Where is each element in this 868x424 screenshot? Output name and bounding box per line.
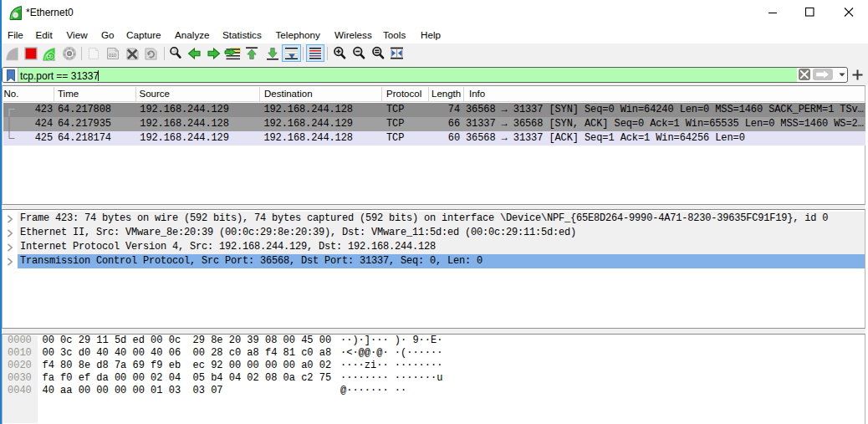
svg-text:010: 010 xyxy=(109,53,116,58)
